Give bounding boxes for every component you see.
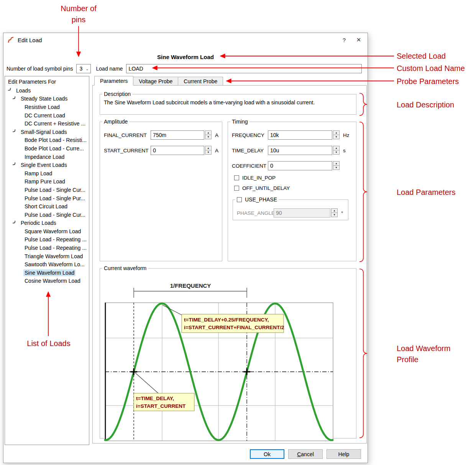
tree-item-single-event-loads[interactable]: ❯Single Event Loads (5, 161, 89, 169)
chevron-expanded-icon[interactable]: ❯ (8, 87, 12, 92)
annotation-probe-parameters: Probe Parameters (397, 76, 459, 87)
ok-button[interactable]: Ok (250, 449, 284, 459)
tab-current-probe[interactable]: Current Probe (178, 77, 223, 86)
load-tree[interactable]: Edit Parameters For ❯Loads❯Steady State … (5, 76, 89, 445)
checkbox-label: OFF_UNTIL_DELAY (242, 185, 290, 191)
tree-item-label: Loads (15, 87, 32, 94)
tree-item-square-waveform-load[interactable]: Square Waveform Load (5, 227, 89, 236)
tree-item-pulse-load-single-cur[interactable]: Pulse Load - Single Cur... (5, 186, 89, 194)
chevron-expanded-icon[interactable]: ❯ (12, 162, 17, 166)
close-button[interactable]: ✕ (351, 35, 366, 45)
spinner-coefficient[interactable]: ▲▼ (333, 161, 340, 170)
tree-item-label: Cosine Waveform Load (23, 277, 82, 284)
spinner-down-icon[interactable]: ▼ (205, 135, 212, 139)
tree-item-dc-current-resistive[interactable]: DC Current + Resistive ... (5, 119, 89, 128)
cancel-button[interactable]: Cancel (288, 449, 323, 459)
page: Number of pins Selected Load Custom Load… (0, 0, 476, 465)
param-input-frequency[interactable]: 10k (268, 130, 332, 140)
tab-voltage-probe[interactable]: Voltage Probe (133, 77, 178, 86)
annotation-load-parameters: Load Parameters (397, 187, 455, 198)
tree-item-sawtooth-waveform-lo[interactable]: Sawtooth Waveform Lo... (5, 260, 89, 269)
checkbox-off-until-delay[interactable] (234, 186, 239, 191)
checkbox-idle-in-pop[interactable] (234, 175, 239, 180)
tree-item-pulse-load-single-pur[interactable]: Pulse Load - Single Pur... (5, 194, 89, 203)
footer: Ok Cancel Help (250, 449, 361, 459)
tree-item-bode-plot-load-resisti[interactable]: Bode Plot Load - Resisti... (5, 136, 89, 145)
param-input-start-current[interactable]: 0 (151, 146, 204, 155)
tree-item-label: DC Current Load (23, 112, 66, 119)
tree-item-dc-current-load[interactable]: DC Current Load (5, 111, 89, 120)
spinner-frequency[interactable]: ▲▼ (333, 130, 340, 140)
load-name-label: Load name (96, 66, 123, 72)
tree-item-triangle-waveform-load[interactable]: Triangle Waveform Load (5, 252, 89, 261)
window-title: Edit Load (18, 37, 42, 43)
param-input-coefficient[interactable]: 0 (268, 161, 332, 170)
spinner-down-icon[interactable]: ▼ (333, 135, 340, 139)
waveform-plot: 1/FREQUENCY (101, 276, 354, 445)
tab-parameters[interactable]: Parameters (94, 76, 133, 86)
tree-item-periodic-loads[interactable]: ❯Periodic Loads (5, 219, 89, 228)
tree-item-ramp-pure-load[interactable]: Ramp Pure Load (5, 178, 89, 186)
tree-item-ramp-load[interactable]: Ramp Load (5, 169, 89, 178)
checkbox-row-off-until-delay[interactable]: OFF_UNTIL_DELAY (234, 184, 356, 192)
title-bar[interactable]: Edit Load ? ✕ (3, 33, 368, 47)
tree-item-sine-waveform-load[interactable]: Sine Waveform Load (5, 269, 89, 277)
pins-dropdown[interactable]: 3 ⌄ (76, 64, 91, 73)
tree-item-short-circuit-load[interactable]: Short Circuit Load (5, 202, 89, 211)
top-row: Number of load symbol pins 3 ⌄ Load name (7, 64, 362, 74)
spinner-final-current[interactable]: ▲▼ (205, 130, 212, 140)
tree-item-label: Ramp Load (23, 170, 53, 177)
spinner-down-icon[interactable]: ▼ (205, 150, 212, 155)
tree-item-label: Impedance Load (23, 153, 66, 160)
annotation-list-of-loads: List of Loads (23, 338, 74, 349)
param-input-time-delay[interactable]: 10u (268, 146, 332, 155)
tree-item-bode-plot-load-curre[interactable]: Bode Plot Load - Curre... (5, 144, 89, 153)
spinner-down-icon[interactable]: ▼ (331, 213, 338, 217)
chevron-expanded-icon[interactable]: ❯ (12, 219, 17, 224)
tree-item-pulse-load-repeating[interactable]: Pulse Load - Repeating ... (5, 236, 89, 244)
param-input-phase-angle[interactable]: 90 (274, 208, 330, 218)
help-button[interactable]: ? (337, 35, 351, 45)
load-tree-items: ❯Loads❯Steady State LoadsResistive LoadD… (5, 86, 89, 285)
tree-item-pulse-load-single-cur[interactable]: Pulse Load - Single Cur... (5, 211, 89, 219)
tree-item-label: Bode Plot Load - Curre... (23, 145, 85, 152)
waveform-legend: Current waveform (102, 265, 148, 271)
param-label-coefficient: COEFFICIENT (232, 163, 268, 169)
help-button-footer[interactable]: Help (327, 449, 361, 459)
spinner-time-delay[interactable]: ▲▼ (333, 146, 340, 155)
checkbox-row-idle-in-pop[interactable]: IDLE_IN_POP (234, 174, 356, 181)
start-callout-line1: t=TIME_DELAY, (136, 396, 174, 401)
load-name-input[interactable] (126, 64, 362, 73)
tree-item-label: Pulse Load - Single Cur... (23, 186, 87, 193)
app-icon (7, 36, 14, 43)
description-text: The Sine Waveform Load subcircuit models… (100, 97, 356, 106)
chevron-expanded-icon[interactable]: ❯ (12, 95, 17, 100)
use-phase-checkbox[interactable] (237, 197, 242, 202)
tree-item-label: Single Event Loads (20, 162, 68, 168)
parameters-tab-page: Description The Sine Waveform Load subci… (92, 85, 367, 444)
timing-checkboxes: IDLE_IN_POPOFF_UNTIL_DELAY (228, 174, 356, 192)
param-input-final-current[interactable]: 750m (151, 130, 204, 140)
chevron-expanded-icon[interactable]: ❯ (12, 129, 17, 133)
tree-item-pulse-load-repeating[interactable]: Pulse Load - Repeating ... (5, 244, 89, 252)
spinner-down-icon[interactable]: ▼ (333, 150, 340, 155)
use-phase-groupbox: USE_PHASE PHASE_ANGLE90▲▼° (233, 196, 348, 220)
tree-item-loads[interactable]: ❯Loads (5, 86, 89, 95)
tree-item-small-signal-loads[interactable]: ❯Small-Signal Loads (5, 128, 89, 136)
tree-item-cosine-waveform-load[interactable]: Cosine Waveform Load (5, 277, 89, 285)
tree-item-impedance-load[interactable]: Impedance Load (5, 153, 89, 161)
spinner-phase-angle[interactable]: ▲▼ (331, 208, 338, 218)
tree-item-resistive-load[interactable]: Resistive Load (5, 103, 89, 111)
tree-item-label: Ramp Pure Load (23, 178, 66, 185)
tree-item-steady-state-loads[interactable]: ❯Steady State Loads (5, 95, 89, 103)
pins-value: 3 (80, 66, 86, 72)
param-unit-phase-angle: ° (341, 210, 343, 216)
spinner-down-icon[interactable]: ▼ (333, 165, 340, 170)
tree-item-label: Sine Waveform Load (23, 269, 76, 276)
param-label-start-current: START_CURRENT (104, 148, 151, 153)
amplitude-groupbox: Amplitude FINAL_CURRENT750m▲▼ASTART_CURR… (100, 119, 222, 261)
amplitude-rows: FINAL_CURRENT750m▲▼ASTART_CURRENT0▲▼A (100, 130, 222, 155)
annotation-number-of-pins: Number of pins (54, 3, 103, 25)
spinner-start-current[interactable]: ▲▼ (205, 146, 212, 155)
annotation-selected-load: Selected Load (397, 51, 446, 62)
